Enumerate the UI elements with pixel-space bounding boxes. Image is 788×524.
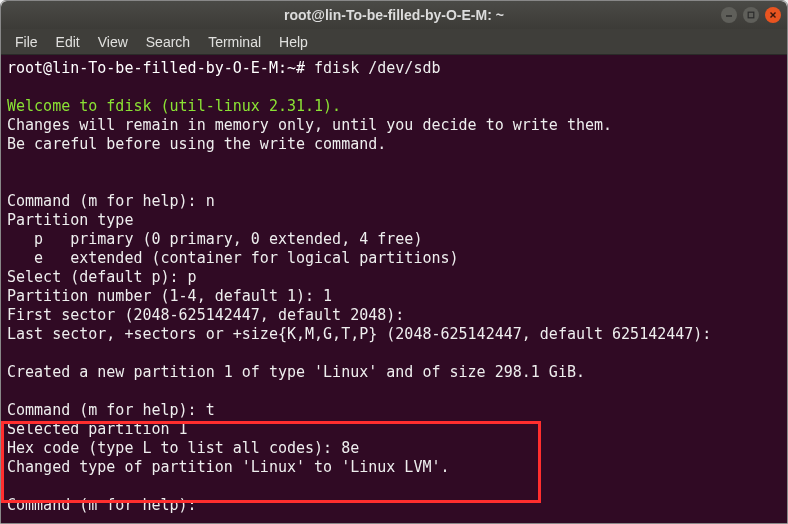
terminal-line: Command (m for help): n [7,192,215,210]
menu-help[interactable]: Help [271,32,316,52]
menu-terminal[interactable]: Terminal [200,32,269,52]
terminal-line: Selected partition 1 [7,420,188,438]
terminal-output[interactable]: root@lin-To-be-filled-by-O-E-M:~# fdisk … [1,55,787,524]
window-controls [721,7,781,23]
close-icon [769,11,777,19]
minimize-icon [725,11,733,19]
terminal-line: p primary (0 primary, 0 extended, 4 free… [7,230,422,248]
terminal-line: Hex code (type L to list all codes): 8e [7,439,359,457]
terminal-line: Select (default p): p [7,268,197,286]
terminal-line: First sector (2048-625142447, default 20… [7,306,404,324]
terminal-line: Created a new partition 1 of type 'Linux… [7,363,585,381]
menu-edit[interactable]: Edit [48,32,88,52]
terminal-line: e extended (container for logical partit… [7,249,459,267]
terminal-line: Changed type of partition 'Linux' to 'Li… [7,458,450,476]
terminal-line: Last sector, +sectors or +size{K,M,G,T,P… [7,325,711,343]
terminal-line: Partition number (1-4, default 1): 1 [7,287,332,305]
window-title: root@lin-To-be-filled-by-O-E-M: ~ [284,7,504,23]
maximize-button[interactable] [743,7,759,23]
shell-command: fdisk /dev/sdb [314,59,440,77]
svg-rect-1 [748,12,754,18]
terminal-line: Command (m for help): t [7,401,215,419]
terminal-line: Changes will remain in memory only, unti… [7,116,612,134]
shell-prompt: root@lin-To-be-filled-by-O-E-M:~# [7,59,305,77]
window-titlebar: root@lin-To-be-filled-by-O-E-M: ~ [1,1,787,29]
menu-file[interactable]: File [7,32,46,52]
fdisk-welcome: Welcome to fdisk (util-linux 2.31.1). [7,97,341,115]
maximize-icon [747,11,755,19]
menu-view[interactable]: View [90,32,136,52]
close-button[interactable] [765,7,781,23]
minimize-button[interactable] [721,7,737,23]
menu-bar: File Edit View Search Terminal Help [1,29,787,55]
terminal-line: Partition type [7,211,133,229]
terminal-line: Command (m for help): [7,496,197,514]
terminal-line: Be careful before using the write comman… [7,135,386,153]
menu-search[interactable]: Search [138,32,198,52]
